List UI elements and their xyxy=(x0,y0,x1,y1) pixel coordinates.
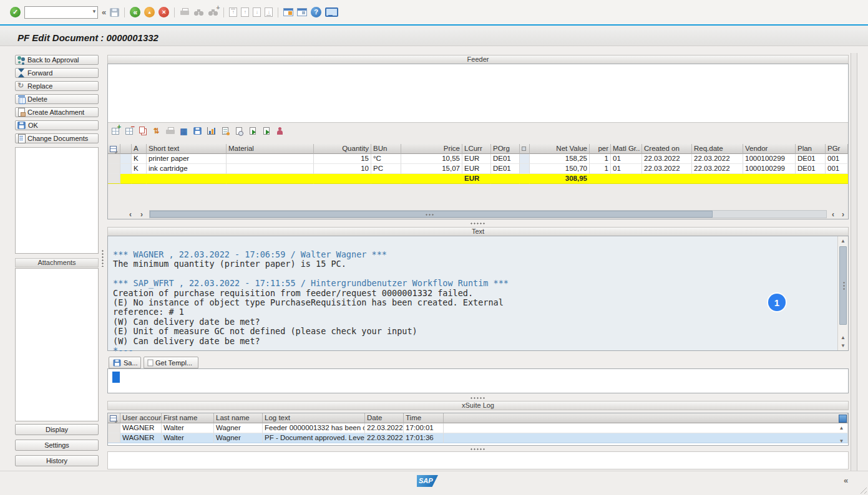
splitter-handle[interactable] xyxy=(470,448,486,451)
text-input-area[interactable] xyxy=(107,368,849,393)
column-header[interactable]: Req.date xyxy=(692,144,743,154)
row-select-cell[interactable] xyxy=(120,154,132,164)
column-header[interactable]: Log text xyxy=(263,413,365,423)
exit-icon[interactable]: ▲ xyxy=(144,7,155,17)
last-page-icon[interactable]: ↓ xyxy=(265,7,273,17)
chevron-down-icon[interactable]: ▼ xyxy=(92,9,97,14)
delete-row-icon[interactable]: − xyxy=(123,126,135,137)
column-header[interactable]: User account xyxy=(120,413,162,423)
history-button[interactable]: History xyxy=(15,455,99,466)
right-splitter-bar[interactable] xyxy=(851,53,857,471)
column-config-icon[interactable]: ▦ xyxy=(178,126,190,137)
scrollbar-thumb[interactable] xyxy=(839,246,847,325)
select-all-column[interactable] xyxy=(120,144,132,154)
scroll-up-icon[interactable]: ▲ xyxy=(838,238,848,244)
column-header[interactable]: Date xyxy=(365,413,404,423)
column-header[interactable]: LCurr xyxy=(462,144,491,154)
replace-button[interactable]: Replace xyxy=(15,81,99,91)
column-header[interactable]: BUn xyxy=(371,144,401,154)
user-cancel-icon[interactable] xyxy=(274,126,286,137)
column-header[interactable]: POrg xyxy=(491,144,520,154)
change-documents-button[interactable]: Change Documents xyxy=(15,133,99,143)
save-text-button[interactable]: Sa... xyxy=(109,357,141,368)
splitter-handle[interactable] xyxy=(470,222,486,225)
command-field[interactable]: ▼ xyxy=(24,6,98,19)
find-next-icon[interactable] xyxy=(208,8,218,16)
cancel-icon[interactable]: × xyxy=(158,7,169,17)
copy-icon[interactable] xyxy=(137,126,149,137)
column-header[interactable]: Quantity xyxy=(314,144,371,154)
column-header[interactable]: Time xyxy=(404,413,444,423)
table-row[interactable]: K printer paper 15 °C 10,55 EUR DE01 158… xyxy=(108,154,848,164)
column-header[interactable]: Plan xyxy=(796,144,826,154)
text-editor[interactable]: *** WAGNER , 22.03.2022 - 17:06:59 / Wal… xyxy=(107,236,849,351)
horizontal-scrollbar[interactable] xyxy=(149,210,827,218)
settings-button[interactable]: Settings xyxy=(15,440,99,451)
export-file-icon[interactable] xyxy=(260,126,272,137)
collapse-toolbar-icon[interactable]: « xyxy=(102,7,106,17)
scroll-up-icon[interactable]: ▲ xyxy=(836,425,847,431)
log-row-selected[interactable]: WAGNER Walter Wagner PF - Document appro… xyxy=(108,433,848,443)
table-layout-icon[interactable] xyxy=(108,144,120,154)
save-layout-icon[interactable] xyxy=(192,126,203,137)
move-icon[interactable]: ⇅ xyxy=(150,126,162,137)
insert-row-icon[interactable]: + xyxy=(109,126,121,137)
column-header[interactable]: Net Value xyxy=(530,144,590,154)
customize-layout-icon[interactable] xyxy=(325,7,336,17)
scrollbar-thumb[interactable] xyxy=(150,211,713,218)
column-header[interactable]: PGr xyxy=(826,144,848,154)
vertical-scrollbar[interactable]: ▲ ▲ ▼ xyxy=(837,236,848,350)
delete-button[interactable]: Delete xyxy=(15,94,99,104)
print-preview-icon[interactable] xyxy=(233,126,245,137)
display-button[interactable]: Display xyxy=(15,424,99,435)
table-layout-icon[interactable] xyxy=(108,413,120,423)
create-attachment-button[interactable]: Create Attachment xyxy=(15,107,99,117)
splitter-handle[interactable] xyxy=(470,396,486,400)
print-icon[interactable] xyxy=(180,8,190,16)
scroll-left-icon[interactable]: ‹ xyxy=(125,209,135,219)
column-header[interactable]: A xyxy=(132,144,147,154)
column-header[interactable]: Matl Gr.. xyxy=(611,144,642,154)
column-header[interactable]: First name xyxy=(162,413,214,423)
ok-button[interactable]: OK xyxy=(15,120,99,130)
enter-icon[interactable]: ✓ xyxy=(10,7,21,17)
detail-list-icon[interactable] xyxy=(219,126,231,137)
log-row[interactable]: WAGNER Walter Wagner Feeder 0000001332 h… xyxy=(108,423,848,433)
vertical-scrollbar[interactable]: ▲ ▼ xyxy=(836,424,847,445)
scroll-up-icon[interactable]: ▲ xyxy=(838,335,848,340)
collapse-panel-icon[interactable]: « xyxy=(844,476,848,485)
back-to-approval-button[interactable]: Back to Approval xyxy=(15,55,99,65)
column-header[interactable]: Vendor xyxy=(743,144,796,154)
save-icon[interactable] xyxy=(110,8,119,17)
scroll-down-icon[interactable]: ▼ xyxy=(838,343,848,348)
misc-column-icon[interactable] xyxy=(520,144,530,154)
page-up-icon[interactable]: ↑ xyxy=(241,7,249,17)
back-icon[interactable]: « xyxy=(130,7,140,17)
scroll-left-icon[interactable]: ‹ xyxy=(828,209,838,219)
column-header[interactable]: per xyxy=(590,144,611,154)
table-config-icon[interactable] xyxy=(839,415,847,423)
help-icon[interactable]: ? xyxy=(311,7,321,17)
print-icon[interactable] xyxy=(164,126,176,137)
scroll-down-icon[interactable]: ▼ xyxy=(836,438,847,444)
resize-grip[interactable] xyxy=(859,486,867,494)
forward-button[interactable]: Forward xyxy=(15,68,99,78)
column-header[interactable]: Created on xyxy=(642,144,692,154)
scroll-right-icon[interactable]: › xyxy=(838,209,848,219)
get-template-button[interactable]: Get Templ... xyxy=(144,357,198,368)
chart-icon[interactable] xyxy=(205,126,217,137)
command-input[interactable] xyxy=(25,7,87,18)
scroll-right-icon[interactable]: › xyxy=(137,209,147,219)
new-session-icon[interactable] xyxy=(283,8,293,16)
column-header[interactable]: Last name xyxy=(214,413,263,423)
row-select-cell[interactable] xyxy=(120,164,132,174)
page-down-icon[interactable]: ↓ xyxy=(253,7,261,17)
splitter-handle[interactable] xyxy=(101,249,104,267)
column-header[interactable]: Price xyxy=(401,144,462,154)
table-row[interactable]: K ink cartridge 10 PC 15,07 EUR DE01 150… xyxy=(108,164,848,174)
find-icon[interactable] xyxy=(193,8,204,16)
column-header[interactable]: Material xyxy=(227,144,314,154)
column-header[interactable]: Short text xyxy=(147,144,227,154)
first-page-icon[interactable]: ↑ xyxy=(229,7,237,17)
create-shortcut-icon[interactable] xyxy=(297,8,307,16)
